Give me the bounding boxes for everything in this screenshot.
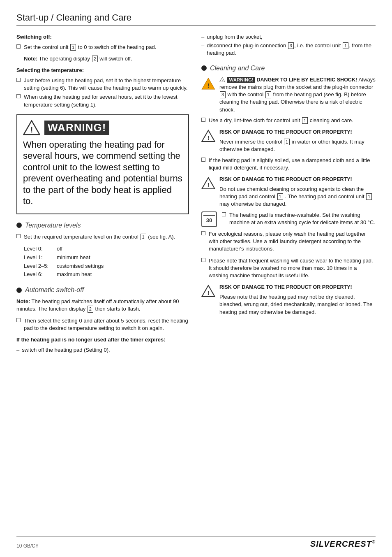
cleaning-care-title: Cleaning and Care xyxy=(201,65,376,72)
num-1-w3: 1 xyxy=(277,193,283,200)
no-longer-used-list: switch off the heating pad (Setting 0), xyxy=(16,346,189,354)
temp-levels-section: Temperature levels Set the required temp… xyxy=(16,222,189,279)
warning3-title: RISK OF DAMAGE TO THE PRODUCT OR PROPERT… xyxy=(219,176,376,183)
warning-label: WARNING! xyxy=(44,121,109,135)
warning-triangle-icon-sm: ! xyxy=(201,77,215,91)
bullet-circle xyxy=(16,288,22,293)
auto-switchoff-item: Then select the setting 0 and after abou… xyxy=(16,317,189,332)
selecting-temp-list: Just before using the heating pad, set i… xyxy=(16,77,189,109)
warning-big-box: ! WARNING! When operating the heating pa… xyxy=(16,114,189,214)
square-bullet xyxy=(16,78,21,82)
warning-chemical: ! RISK OF DAMAGE TO THE PRODUCT OR PROPE… xyxy=(201,176,376,208)
temp-levels-title: Temperature levels xyxy=(16,222,189,229)
page: Start-up / Cleaning and Care Switching o… xyxy=(0,0,392,557)
dash-item-2: disconnect the plug-in connection 3, i.e… xyxy=(201,42,376,57)
warning-triangle-icon-sm4: ! xyxy=(201,284,215,298)
wash-symbol: 30 xyxy=(201,211,217,227)
warning-dryclean: ! RISK OF DAMAGE TO THE PRODUCT OR PROPE… xyxy=(201,283,376,316)
dampened-list: If the heating pad is slightly soiled, u… xyxy=(201,157,376,172)
warning1-title: WARNING! xyxy=(227,77,255,83)
level-row-0: Level 0: off xyxy=(24,245,189,253)
display-num-2b: 2 xyxy=(88,306,93,312)
dampened-item: If the heating pad is slightly soiled, u… xyxy=(201,157,376,172)
switching-off-item: Set the control unit 1 to 0 to switch of… xyxy=(16,44,189,51)
control-num-1: 1 xyxy=(70,44,76,51)
num-1-w3b: 1 xyxy=(366,193,372,200)
wash-bullet-list: The heating pad is machine-washable. Set… xyxy=(222,211,376,228)
square-bullet xyxy=(201,158,205,162)
svg-text:!: ! xyxy=(208,81,210,88)
warning-triangle-icon-sm3: ! xyxy=(201,176,215,190)
bullet-circle xyxy=(201,65,207,71)
svg-text:!: ! xyxy=(222,79,223,82)
bullet-circle xyxy=(16,223,22,228)
dash-item-1: unplug from the socket, xyxy=(201,33,376,41)
level-table: Level 0: off Level 1: minimum heat Level… xyxy=(24,245,189,279)
svg-text:!: ! xyxy=(208,289,210,296)
square-bullet xyxy=(222,212,226,216)
display-num-2: 2 xyxy=(92,56,98,62)
square-bullet xyxy=(16,318,21,322)
warning-immerse: ! RISK OF DAMAGE TO THE PRODUCT OR PROPE… xyxy=(201,128,376,153)
wash-symbol-section: 30 The heating pad is machine-washable. … xyxy=(201,211,376,228)
warning-electric-shock: ! ! WARNING! DANGER TO LIFE BY ELECTRIC … xyxy=(201,76,376,114)
wash-line xyxy=(203,215,215,216)
no-longer-used-item-1: switch off the heating pad (Setting 0), xyxy=(16,346,189,354)
auto-switchoff-title: Automatic switch-off xyxy=(16,286,189,294)
lint-free-list: Use a dry, lint-free cloth for control u… xyxy=(201,117,376,124)
auto-switchoff-section: Automatic switch-off Note: The heating p… xyxy=(16,286,189,332)
warning2-title: RISK OF DAMAGE TO THE PRODUCT OR PROPERT… xyxy=(219,128,376,136)
svg-text:!: ! xyxy=(30,125,33,134)
control-num: 1 xyxy=(141,234,146,240)
svg-text:!: ! xyxy=(208,181,210,188)
switching-off-section: Switching off: Set the control unit 1 to… xyxy=(16,33,189,63)
lint-free-item: Use a dry, lint-free cloth for control u… xyxy=(201,117,376,124)
no-longer-used-section: If the heating pad is no longer used aft… xyxy=(16,336,189,354)
footer-bar: 10 GB/CY SILVERCREST® xyxy=(16,536,376,549)
plug-num-3: 3 xyxy=(288,42,294,49)
brand-logo: SILVERCREST® xyxy=(310,539,376,549)
warning-big-text: When operating the heating pad for sever… xyxy=(23,139,182,207)
square-bullet xyxy=(201,231,205,235)
no-longer-used-heading: If the heating pad is no longer used aft… xyxy=(16,336,189,344)
frequent-item: Please note that frequent washing will c… xyxy=(201,257,376,280)
selecting-temp-heading: Selecting the temperature: xyxy=(16,67,189,74)
warning-triangle-icon-sm2: ! xyxy=(201,129,215,143)
num-1-lint: 1 xyxy=(302,117,308,124)
num-1-w1: 1 xyxy=(265,91,271,98)
cleaning-care-section: Cleaning and Care ! ! WA xyxy=(201,65,376,316)
wash-num: 30 xyxy=(206,217,212,223)
right-column: unplug from the socket, disconnect the p… xyxy=(201,33,376,357)
ecological-item: For ecological reasons, please only wash… xyxy=(201,230,376,253)
selecting-temp-item-1: Just before using the heating pad, set i… xyxy=(16,77,189,92)
selecting-temp-item-2: When using the heating pad for several h… xyxy=(16,93,189,108)
square-bullet xyxy=(16,234,21,238)
warning-icon-sm: ! xyxy=(219,77,225,83)
level-row-3: Level 6: maximum heat xyxy=(24,270,189,279)
switching-off-note: Note: The operating display 2 will switc… xyxy=(24,55,189,63)
left-column: Switching off: Set the control unit 1 to… xyxy=(16,33,189,357)
square-bullet xyxy=(16,44,21,49)
temp-level-item: Set the required temperature level on th… xyxy=(16,233,189,241)
num-3-w1: 3 xyxy=(220,91,226,98)
level-row-1: Level 1: minimum heat xyxy=(24,253,189,262)
level-row-2: Level 2–5: customised settings xyxy=(24,262,189,271)
warning-triangle-icon: ! xyxy=(23,119,40,137)
selecting-temp-section: Selecting the temperature: Just before u… xyxy=(16,67,189,109)
square-bullet xyxy=(16,94,21,98)
control-num-1r: 1 xyxy=(343,42,348,49)
square-bullet xyxy=(201,258,205,262)
switching-off-heading: Switching off: xyxy=(16,33,189,41)
svg-text:!: ! xyxy=(208,134,210,141)
auto-switchoff-list: Then select the setting 0 and after abou… xyxy=(16,317,189,332)
frequent-list: Please note that frequent washing will c… xyxy=(201,257,376,280)
warning1-subtitle: DANGER TO LIFE BY ELECTRIC SHOCK! xyxy=(256,77,357,83)
square-bullet xyxy=(201,118,205,122)
auto-switchoff-note: Note: The heating pad switches itself of… xyxy=(16,298,189,313)
footer-page: 10 GB/CY xyxy=(16,543,39,549)
warning4-title: RISK OF DAMAGE TO THE PRODUCT OR PROPERT… xyxy=(219,283,376,291)
num-1-w2: 1 xyxy=(284,139,290,145)
page-title: Start-up / Cleaning and Care xyxy=(16,12,376,26)
temp-levels-list: Set the required temperature level on th… xyxy=(16,233,189,241)
ecological-list: For ecological reasons, please only wash… xyxy=(201,230,376,253)
